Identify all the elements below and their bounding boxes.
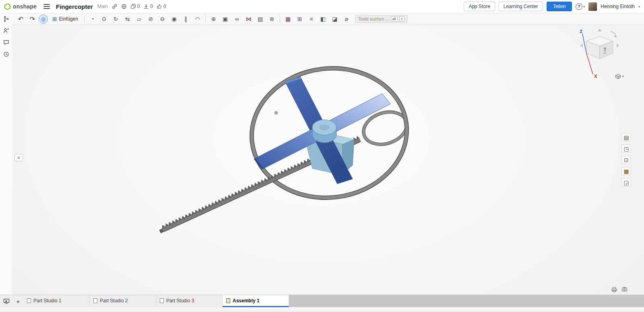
mate-relation-icon[interactable]: ∞ (231, 14, 242, 24)
toolbar-separator (280, 15, 280, 23)
cube-icon (615, 73, 621, 79)
revolute-mate-icon[interactable]: ↻ (110, 14, 121, 24)
shortcut-key-alt: alt (391, 16, 398, 22)
bom-table-icon[interactable]: ▦ (283, 14, 293, 24)
redo-icon[interactable]: ↷ (27, 14, 38, 24)
insert-button[interactable]: ⊞ Einfügen (49, 14, 82, 24)
x-axis-line (586, 53, 593, 74)
app-store-button[interactable]: App Store (464, 2, 495, 11)
tab-assembly-1[interactable]: Assembly 1 (223, 295, 289, 307)
assembly-tab-icon (226, 298, 230, 303)
measure-icon[interactable]: ⌀ (341, 14, 352, 24)
document-title: Fingercopter (56, 3, 93, 10)
user-name[interactable]: Henning Einloth (601, 4, 635, 9)
left-rail (0, 13, 12, 295)
ball-mate-icon[interactable]: ◉ (169, 14, 180, 24)
slider-mate-icon[interactable]: ⇆ (122, 14, 133, 24)
linear-pattern-icon[interactable]: ▤ (255, 14, 266, 24)
mates-panel-icon[interactable]: ⊡ (621, 156, 631, 164)
chevron-down-icon: ▾ (583, 5, 585, 8)
parts-panel-icon[interactable]: ◳ (621, 144, 631, 153)
canvas-footer-icons (611, 286, 628, 293)
chevron-down-icon: ▾ (622, 75, 624, 78)
help-icon: ? (576, 3, 582, 10)
part-studio-tab-icon (27, 298, 31, 303)
3d-viewport[interactable]: Z X ▾ ≡ ▤◳⊡▦◲ (0, 25, 644, 295)
tab-part-studio-3[interactable]: Part Studio 3 (156, 295, 223, 307)
mate-connector-point[interactable] (275, 111, 278, 114)
tab-scrollbar[interactable] (289, 295, 644, 307)
circular-pattern-icon[interactable]: ⊛ (266, 14, 277, 24)
view-options-menu[interactable]: ▾ (615, 73, 624, 79)
right-panel-rail: ▤◳⊡▦◲ (621, 133, 631, 187)
follow-mode-icon[interactable] (2, 27, 10, 34)
shortcut-key-c: c (399, 16, 405, 22)
exports-stat[interactable]: 0 (143, 4, 153, 9)
main-menu-icon[interactable] (43, 4, 50, 9)
view-cube-body[interactable] (586, 36, 613, 59)
comments-icon[interactable] (2, 39, 10, 46)
thumbs-up-icon (157, 4, 162, 9)
rotate-left-arrow[interactable] (580, 44, 583, 48)
print-icon[interactable] (611, 286, 617, 293)
tab-label: Part Studio 1 (33, 298, 61, 304)
onshape-logo[interactable]: onshape (4, 3, 37, 10)
cylindrical-mate-icon[interactable]: ⊘ (145, 14, 156, 24)
fingercopter-model[interactable] (0, 25, 644, 295)
roll-arrow[interactable] (611, 31, 616, 36)
configurations-panel-icon[interactable]: ▦ (621, 167, 631, 175)
planar-mate-icon[interactable]: ▱ (134, 14, 144, 24)
mate-tool-active-icon[interactable]: ◎ (39, 15, 48, 24)
display-states-icon[interactable]: ◧ (318, 14, 328, 24)
undo-icon[interactable]: ↶ (15, 14, 26, 24)
mate-icon[interactable]: ◔ (87, 14, 98, 24)
named-positions-icon[interactable]: ≡ (306, 14, 317, 24)
parallel-mate-icon[interactable]: ∥ (180, 14, 191, 24)
snapshot-icon[interactable] (621, 286, 628, 293)
share-button[interactable]: Teilen (547, 2, 572, 11)
bom-panel-icon[interactable]: ▤ (621, 133, 631, 141)
tab-part-studio-2[interactable]: Part Studio 2 (90, 295, 156, 307)
globe-icon[interactable] (121, 4, 127, 9)
release-panel-icon[interactable]: ◲ (621, 178, 631, 187)
copy-icon (130, 4, 136, 9)
tangent-mate-icon[interactable]: ◠ (192, 14, 203, 24)
top-bar: onshape Fingercopter Main 0 0 (0, 0, 644, 13)
copies-count: 0 (137, 4, 140, 9)
help-menu[interactable]: ? ▾ (576, 3, 585, 10)
likes-stat[interactable]: 0 (157, 4, 166, 9)
add-tab-button[interactable]: + (13, 295, 23, 307)
tool-search-input[interactable]: Tools suchen ... alt c (355, 15, 407, 23)
assembly-tree-toggle[interactable]: ≡ (14, 154, 23, 161)
learning-center-button[interactable]: Learning Center (499, 2, 543, 11)
hub-part[interactable] (312, 120, 336, 143)
section-view-icon[interactable]: ◪ (329, 14, 340, 24)
tab-manager-icon[interactable] (0, 295, 13, 307)
versions-icon[interactable] (2, 15, 10, 23)
export-icon (143, 4, 149, 9)
pin-slot-mate-icon[interactable]: ⊖ (157, 14, 168, 24)
exploded-view-icon[interactable]: ⊞ (294, 14, 305, 24)
history-icon[interactable] (2, 50, 10, 58)
x-axis-label: X (594, 74, 597, 79)
onshape-logo-text: onshape (13, 3, 37, 10)
likes-count: 0 (163, 4, 166, 9)
tab-part-studio-1[interactable]: Part Studio 1 (23, 295, 90, 307)
mate-connector-icon[interactable]: ⊕ (208, 14, 219, 24)
tab-label: Assembly 1 (233, 298, 260, 304)
rotate-right-arrow[interactable] (617, 44, 619, 48)
chevron-down-icon[interactable]: ▾ (638, 5, 640, 8)
tabbar-bottom-strip (0, 307, 644, 311)
insert-icon: ⊞ (52, 16, 57, 22)
user-avatar[interactable] (588, 2, 597, 11)
copies-stat[interactable]: 0 (130, 4, 140, 9)
workspace-label[interactable]: Main (97, 4, 108, 9)
link-icon[interactable] (111, 4, 118, 9)
tab-label: Part Studio 3 (166, 298, 194, 304)
replicate-icon[interactable]: ⋈ (243, 14, 254, 24)
rotate-up-arrow[interactable] (598, 29, 602, 32)
view-cube[interactable]: Z X (578, 27, 622, 80)
z-axis-label: Z (580, 29, 582, 34)
group-icon[interactable]: ▣ (220, 14, 231, 24)
fastened-mate-icon[interactable]: ⊙ (99, 14, 109, 24)
